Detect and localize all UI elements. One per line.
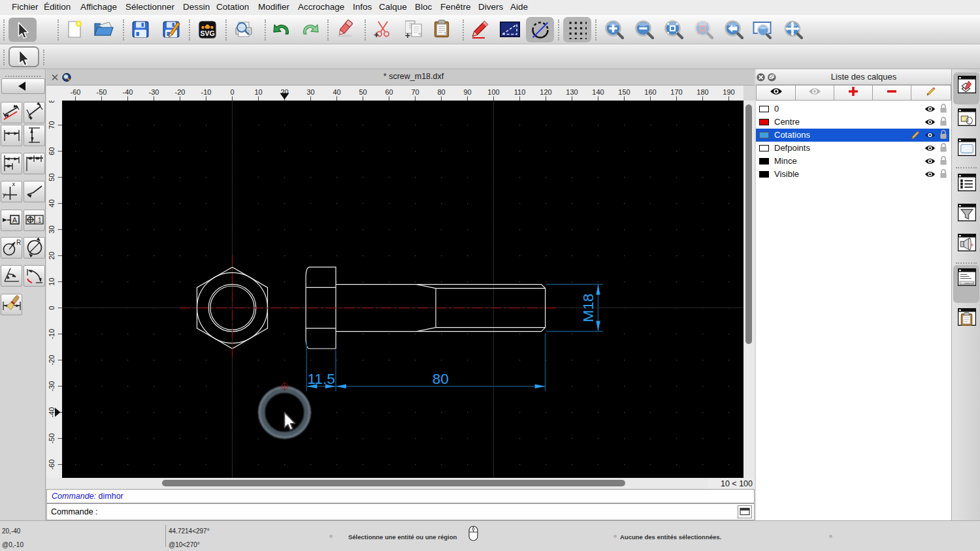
svg-text:11.5: 11.5 xyxy=(308,371,335,387)
svg-text:10: 10 xyxy=(254,88,262,96)
svg-text:40: 40 xyxy=(333,88,340,96)
svg-text:-30: -30 xyxy=(48,381,56,392)
svg-text:-50: -50 xyxy=(48,433,56,444)
svg-text:50: 50 xyxy=(359,88,367,96)
svg-text:-10: -10 xyxy=(201,88,212,96)
svg-text:80: 80 xyxy=(48,101,56,103)
svg-text:180: 180 xyxy=(696,88,708,96)
svg-text:50: 50 xyxy=(48,173,56,181)
svg-text:130: 130 xyxy=(566,88,578,96)
svg-text:-30: -30 xyxy=(149,88,159,96)
svg-text:10: 10 xyxy=(48,277,56,285)
svg-text:0: 0 xyxy=(230,88,234,96)
svg-text:20: 20 xyxy=(48,251,56,259)
svg-text:80: 80 xyxy=(433,371,449,387)
svg-text:30: 30 xyxy=(306,88,314,96)
svg-text:x: x xyxy=(12,181,15,187)
svg-text:0: 0 xyxy=(48,306,56,310)
svg-text:120: 120 xyxy=(540,88,551,96)
svg-text:-40: -40 xyxy=(48,407,56,418)
svg-text:dl: dl xyxy=(970,242,973,246)
svg-text:160: 160 xyxy=(644,88,656,96)
svg-text:-50: -50 xyxy=(97,88,107,96)
svg-text:140: 140 xyxy=(592,88,604,96)
svg-text:> command: > command xyxy=(960,282,974,285)
svg-text:60: 60 xyxy=(385,88,393,96)
svg-text:40: 40 xyxy=(48,199,56,207)
svg-text:60: 60 xyxy=(48,147,56,155)
svg-text:150: 150 xyxy=(618,88,630,96)
svg-text:110: 110 xyxy=(514,88,526,96)
svg-text:.1: .1 xyxy=(36,217,42,224)
svg-text:170: 170 xyxy=(670,88,682,96)
svg-text:-20: -20 xyxy=(175,88,186,96)
svg-text:100: 100 xyxy=(487,88,499,96)
svg-text:-60: -60 xyxy=(71,88,81,96)
svg-text:-40: -40 xyxy=(123,88,133,96)
svg-text:A: A xyxy=(12,216,17,224)
svg-text:70: 70 xyxy=(48,121,56,129)
svg-text:M18: M18 xyxy=(581,294,597,323)
svg-text:-20: -20 xyxy=(48,355,56,366)
svg-text:80: 80 xyxy=(437,88,445,96)
svg-text:-10: -10 xyxy=(48,329,56,339)
svg-text:90: 90 xyxy=(463,88,471,96)
svg-text:R: R xyxy=(16,239,21,246)
svg-text:30: 30 xyxy=(48,225,56,233)
svg-text:-60: -60 xyxy=(48,460,56,470)
svg-text:70: 70 xyxy=(411,88,419,96)
svg-text:SVG: SVG xyxy=(200,29,214,37)
svg-text:190: 190 xyxy=(723,88,734,96)
